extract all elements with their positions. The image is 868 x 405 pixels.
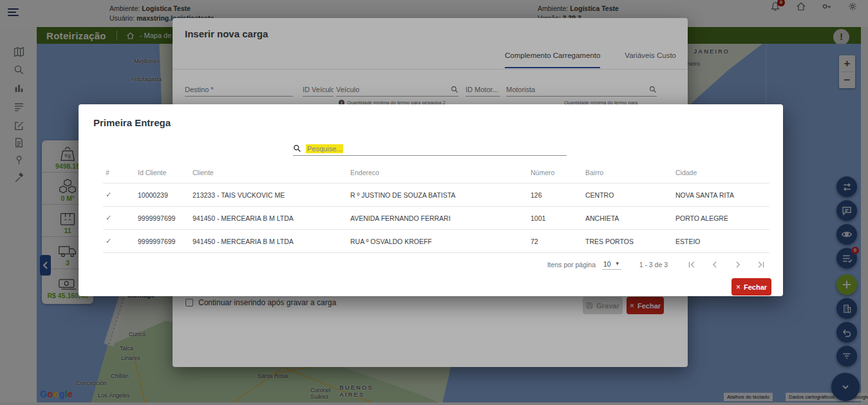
row-selected-check-icon: ✓: [106, 237, 111, 245]
table-header-row: # Id Cliente Cliente Endereco Número Bai…: [103, 164, 769, 184]
delivery-table: # Id Cliente Cliente Endereco Número Bai…: [103, 164, 769, 253]
search-placeholder: Pesquise...: [306, 144, 343, 153]
row-selected-check-icon: ✓: [106, 214, 111, 221]
chevron-down-icon: ▼: [615, 261, 620, 267]
row-selected-check-icon: ✓: [106, 191, 111, 198]
close-delivery-modal-button[interactable]: × Fechar: [731, 278, 771, 296]
search-input[interactable]: Pesquise...: [293, 142, 567, 156]
previous-page-button[interactable]: [706, 258, 723, 272]
next-page-button[interactable]: [730, 258, 746, 272]
table-row[interactable]: ✓ 9999997699 941450 - MERCEARIA B M LTDA…: [103, 230, 769, 253]
col-numero: Número: [528, 164, 583, 184]
close-icon: ×: [736, 283, 741, 292]
table-row[interactable]: ✓ 10000239 213233 - TAIS VUCKOVIC ME R º…: [103, 184, 769, 207]
pagination-range: 1 - 3 de 3: [639, 261, 668, 268]
col-hash: #: [103, 164, 135, 184]
page-size-select[interactable]: 10 ▼: [602, 260, 621, 270]
app-screen: Ambiente: Logística Teste Usuário: maxst…: [0, 0, 868, 405]
col-cidade: Cidade: [673, 164, 769, 184]
col-cliente: Cliente: [190, 164, 348, 184]
items-per-page-label: Itens por página: [547, 261, 596, 268]
table-row[interactable]: ✓ 9999997699 941450 - MERCEARIA B M LTDA…: [103, 207, 769, 230]
col-endereco: Endereco: [348, 164, 528, 184]
first-delivery-modal-title: Primeira Entrega: [93, 117, 171, 128]
last-page-button[interactable]: [753, 258, 769, 272]
col-id-cliente: Id Cliente: [135, 164, 190, 184]
first-page-button[interactable]: [683, 258, 700, 272]
search-icon: [293, 144, 301, 153]
col-bairro: Bairro: [583, 164, 673, 184]
table-pagination: Itens por página 10 ▼ 1 - 3 de 3: [103, 254, 769, 276]
first-delivery-modal: Primeira Entrega Pesquise... # Id Client…: [79, 104, 783, 296]
